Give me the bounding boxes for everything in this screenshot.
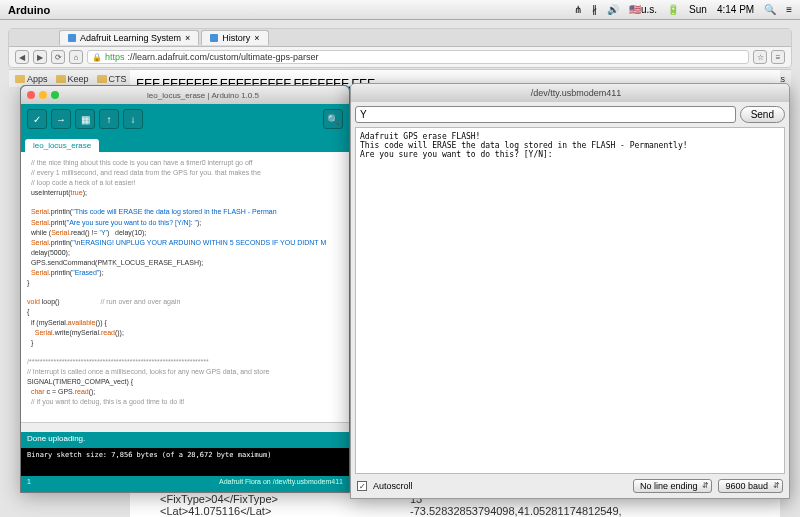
- upload-button[interactable]: →: [51, 109, 71, 129]
- serial-output[interactable]: Adafruit GPS erase FLASH! This code will…: [355, 127, 785, 474]
- serial-bottom-bar: ✓ Autoscroll No line ending 9600 baud: [351, 474, 789, 498]
- spotlight-icon[interactable]: 🔍: [764, 4, 776, 15]
- forward-button[interactable]: ▶: [33, 50, 47, 64]
- send-button[interactable]: Send: [740, 106, 785, 123]
- browser-tab[interactable]: History×: [201, 30, 268, 45]
- code-editor[interactable]: // the nice thing about this code is you…: [21, 152, 349, 422]
- menubar-app-name[interactable]: Arduino: [8, 4, 50, 16]
- tab-label: History: [222, 33, 250, 43]
- keyboard-locale[interactable]: 🇺🇸 u.s.: [629, 4, 657, 15]
- reload-button[interactable]: ⟳: [51, 50, 65, 64]
- verify-button[interactable]: ✓: [27, 109, 47, 129]
- folder-icon: [15, 75, 25, 83]
- arduino-tabbar: leo_locus_erase: [21, 134, 349, 152]
- chrome-browser-window: Adafruit Learning System× History× ◀ ▶ ⟳…: [8, 28, 792, 68]
- mac-menubar: Arduino ⋔ ∦ 🔊 🇺🇸 u.s. 🔋 Sun 4:14 PM 🔍 ≡: [0, 0, 800, 20]
- close-icon[interactable]: [27, 91, 35, 99]
- battery-icon[interactable]: 🔋: [667, 4, 679, 15]
- arduino-ide-window: leo_locus_erase | Arduino 1.0.5 ✓ → ▦ ↑ …: [20, 85, 350, 493]
- line-ending-select[interactable]: No line ending: [633, 479, 713, 493]
- minimize-icon[interactable]: [39, 91, 47, 99]
- autoscroll-label: Autoscroll: [373, 481, 413, 491]
- serial-monitor-button[interactable]: 🔍: [323, 109, 343, 129]
- window-title: /dev/tty.usbmodem411: [369, 88, 783, 98]
- tab-label: Adafruit Learning System: [80, 33, 181, 43]
- serial-input-row: Send: [351, 102, 789, 127]
- arduino-toolbar: ✓ → ▦ ↑ ↓ 🔍: [21, 104, 349, 134]
- tab-close-icon[interactable]: ×: [185, 33, 190, 43]
- browser-tabs: Adafruit Learning System× History×: [9, 29, 791, 47]
- code-tab[interactable]: leo_locus_erase: [25, 139, 99, 152]
- lock-icon: 🔒: [92, 53, 102, 62]
- volume-icon[interactable]: 🔊: [607, 4, 619, 15]
- arduino-console: Binary sketch size: 7,856 bytes (of a 28…: [21, 448, 349, 476]
- horizontal-scrollbar[interactable]: [21, 422, 349, 432]
- zoom-icon[interactable]: [51, 91, 59, 99]
- window-title: leo_locus_erase | Arduino 1.0.5: [63, 91, 343, 100]
- home-button[interactable]: ⌂: [69, 50, 83, 64]
- back-button[interactable]: ◀: [15, 50, 29, 64]
- url-field[interactable]: 🔒 https://learn.adafruit.com/custom/ulti…: [87, 50, 749, 64]
- bg-text: <FixType>04</FixType>: [160, 493, 278, 505]
- wifi-icon[interactable]: ⋔: [574, 4, 582, 15]
- bookmark-item[interactable]: Apps: [15, 74, 48, 84]
- new-button[interactable]: ▦: [75, 109, 95, 129]
- browser-address-bar: ◀ ▶ ⟳ ⌂ 🔒 https://learn.adafruit.com/cus…: [9, 47, 791, 67]
- notification-icon[interactable]: ≡: [786, 4, 792, 15]
- menubar-time[interactable]: 4:14 PM: [717, 4, 754, 15]
- folder-icon: [97, 75, 107, 83]
- tab-close-icon[interactable]: ×: [254, 33, 259, 43]
- favicon-icon: [68, 34, 76, 42]
- board-port: Adafruit Flora on /dev/tty.usbmodem411: [219, 478, 343, 490]
- url-protocol: https: [105, 52, 125, 62]
- menu-icon[interactable]: ≡: [771, 50, 785, 64]
- url-text: ://learn.adafruit.com/custom/ultimate-gp…: [128, 52, 319, 62]
- bookmark-item[interactable]: CTS: [97, 74, 127, 84]
- bookmark-item[interactable]: Keep: [56, 74, 89, 84]
- line-number: 1: [27, 478, 31, 490]
- bookmark-star-icon[interactable]: ☆: [753, 50, 767, 64]
- menubar-status: ⋔ ∦ 🔊 🇺🇸 u.s. 🔋 Sun 4:14 PM 🔍 ≡: [574, 4, 792, 15]
- open-button[interactable]: ↑: [99, 109, 119, 129]
- serial-titlebar[interactable]: /dev/tty.usbmodem411: [351, 84, 789, 102]
- autoscroll-checkbox[interactable]: ✓: [357, 481, 367, 491]
- arduino-status: Done uploading.: [21, 432, 349, 448]
- folder-icon: [56, 75, 66, 83]
- serial-input[interactable]: [355, 106, 736, 123]
- save-button[interactable]: ↓: [123, 109, 143, 129]
- baud-select[interactable]: 9600 baud: [718, 479, 783, 493]
- bg-text: <Lat>41.075116</Lat>: [160, 505, 278, 517]
- favicon-icon: [210, 34, 218, 42]
- menubar-day[interactable]: Sun: [689, 4, 707, 15]
- browser-tab[interactable]: Adafruit Learning System×: [59, 30, 199, 45]
- arduino-footer: 1 Adafruit Flora on /dev/tty.usbmodem411: [21, 476, 349, 492]
- bluetooth-icon[interactable]: ∦: [592, 4, 597, 15]
- arduino-titlebar[interactable]: leo_locus_erase | Arduino 1.0.5: [21, 86, 349, 104]
- serial-monitor-window: /dev/tty.usbmodem411 Send Adafruit GPS e…: [350, 83, 790, 499]
